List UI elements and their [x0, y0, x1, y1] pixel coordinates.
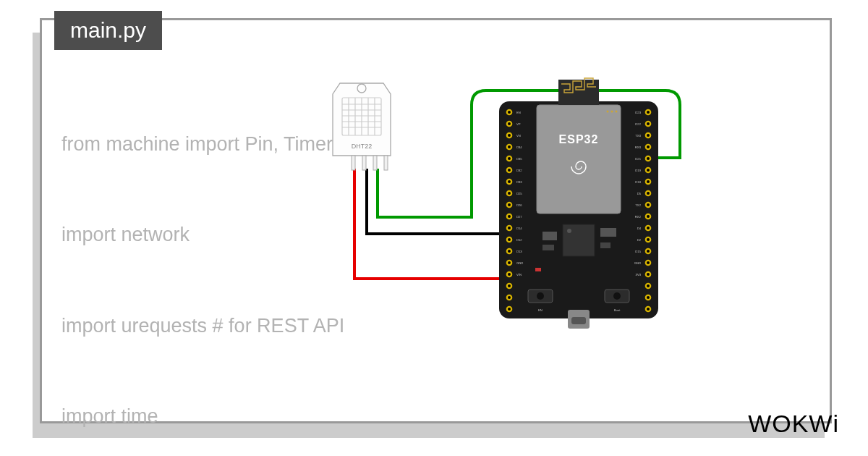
- svg-text:D33: D33: [516, 180, 522, 184]
- svg-text:D15: D15: [635, 250, 641, 253]
- svg-point-63: [508, 227, 511, 229]
- svg-point-58: [508, 169, 511, 172]
- svg-point-105: [613, 292, 621, 300]
- svg-text:VP: VP: [516, 122, 521, 126]
- esp32-board[interactable]: ESP32 EN Boot ENVPVN D: [499, 78, 658, 329]
- svg-point-59: [508, 180, 511, 183]
- svg-point-71: [647, 111, 650, 114]
- dht22-sensor[interactable]: DHT22: [333, 83, 391, 170]
- svg-point-74: [647, 145, 650, 148]
- svg-text:EN: EN: [538, 308, 542, 312]
- svg-point-79: [647, 203, 650, 206]
- svg-point-77: [647, 180, 650, 183]
- brand-logo: WOKWi: [748, 410, 839, 438]
- svg-text:D5: D5: [637, 192, 642, 195]
- svg-text:D12: D12: [516, 238, 522, 242]
- svg-point-87: [647, 296, 650, 299]
- svg-text:D35: D35: [516, 157, 522, 161]
- code-line: import time: [61, 402, 569, 432]
- circuit-diagram[interactable]: DHT22: [304, 76, 702, 366]
- svg-point-92: [607, 111, 609, 113]
- svg-text:D25: D25: [516, 192, 522, 195]
- file-tab[interactable]: main.py: [54, 11, 162, 50]
- svg-text:D19: D19: [635, 169, 641, 172]
- svg-text:D18: D18: [635, 180, 641, 184]
- svg-rect-100: [600, 242, 610, 248]
- usb-port-icon: [568, 310, 590, 329]
- svg-point-64: [508, 238, 511, 241]
- svg-rect-95: [563, 224, 595, 256]
- svg-text:RX0: RX0: [635, 145, 642, 149]
- svg-text:Boot: Boot: [614, 308, 621, 312]
- svg-text:D22: D22: [635, 122, 641, 126]
- svg-text:D13: D13: [516, 250, 522, 253]
- svg-text:D2: D2: [637, 238, 642, 242]
- svg-point-78: [647, 192, 650, 195]
- svg-text:TX0: TX0: [635, 134, 641, 138]
- svg-text:GND: GND: [516, 261, 523, 265]
- svg-point-67: [508, 273, 511, 276]
- svg-point-65: [508, 250, 511, 253]
- svg-rect-15: [384, 156, 388, 170]
- svg-point-53: [508, 111, 511, 114]
- svg-rect-108: [571, 317, 586, 324]
- svg-point-82: [647, 238, 650, 241]
- wire-ground: [367, 169, 508, 234]
- svg-text:D32: D32: [516, 169, 522, 172]
- svg-point-62: [508, 215, 511, 218]
- svg-point-55: [508, 134, 511, 137]
- svg-point-76: [647, 169, 650, 172]
- dht22-label: DHT22: [352, 143, 373, 150]
- svg-text:VN: VN: [516, 134, 521, 138]
- svg-point-88: [647, 308, 650, 311]
- file-tab-label: main.py: [70, 18, 146, 42]
- svg-point-102: [537, 292, 544, 300]
- svg-text:GND: GND: [634, 261, 641, 265]
- svg-point-61: [508, 203, 511, 206]
- svg-point-68: [508, 284, 511, 287]
- svg-text:D23: D23: [635, 111, 641, 114]
- svg-point-86: [647, 284, 650, 287]
- svg-point-81: [647, 227, 650, 229]
- svg-point-72: [647, 122, 650, 125]
- svg-text:D34: D34: [516, 145, 522, 149]
- svg-point-70: [508, 308, 511, 311]
- svg-text:D21: D21: [635, 157, 641, 161]
- svg-text:RX2: RX2: [635, 215, 642, 219]
- svg-point-84: [647, 261, 650, 264]
- svg-rect-13: [362, 156, 366, 170]
- svg-point-66: [508, 261, 511, 264]
- esp32-label: ESP32: [559, 133, 599, 145]
- svg-text:TX2: TX2: [635, 203, 641, 207]
- svg-point-54: [508, 122, 511, 125]
- svg-point-60: [508, 192, 511, 195]
- svg-text:D14: D14: [516, 227, 522, 230]
- svg-point-85: [647, 273, 650, 276]
- svg-point-73: [647, 134, 650, 137]
- svg-point-80: [647, 215, 650, 218]
- svg-point-96: [567, 229, 571, 233]
- svg-text:D27: D27: [516, 215, 522, 219]
- svg-point-69: [508, 296, 511, 299]
- svg-text:VIN: VIN: [516, 273, 522, 276]
- svg-point-57: [508, 157, 511, 160]
- svg-text:EN: EN: [516, 111, 521, 114]
- power-led-icon: [535, 268, 541, 271]
- svg-text:D4: D4: [637, 227, 642, 230]
- svg-text:D26: D26: [516, 203, 522, 207]
- svg-rect-99: [600, 228, 616, 237]
- svg-point-94: [616, 111, 618, 113]
- svg-point-93: [611, 111, 613, 113]
- svg-text:3V3: 3V3: [636, 273, 642, 276]
- svg-rect-98: [542, 245, 554, 250]
- svg-rect-14: [373, 156, 377, 170]
- svg-rect-12: [352, 156, 355, 170]
- svg-rect-89: [537, 105, 621, 214]
- svg-point-56: [508, 145, 511, 148]
- svg-point-83: [647, 250, 650, 253]
- svg-rect-97: [542, 232, 557, 240]
- svg-point-75: [647, 157, 650, 160]
